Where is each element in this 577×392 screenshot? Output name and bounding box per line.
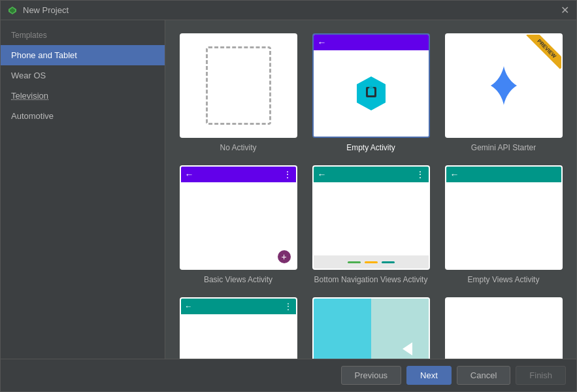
main-content: Templates Phone and Tablet Wear OS Telev… xyxy=(1,20,576,359)
template-row3-a[interactable]: ← ⋮ xyxy=(178,297,298,359)
basic-views-back-icon: ← xyxy=(185,169,194,180)
template-bottom-nav-label: Bottom Navigation Views Activity xyxy=(314,275,428,284)
back-arrow-icon: ← xyxy=(318,37,327,48)
basic-views-header: ← ⋮ xyxy=(181,167,296,182)
template-empty-activity-thumb: ← xyxy=(312,33,430,138)
gemini-star-icon xyxy=(481,63,527,108)
template-gemini[interactable]: Gemini API Starter xyxy=(444,33,563,152)
nav-indicator-3 xyxy=(382,261,395,263)
bottom-nav-back-icon: ← xyxy=(318,169,327,180)
template-no-activity-label: No Activity xyxy=(220,143,256,152)
svg-marker-6 xyxy=(403,342,412,355)
template-basic-views[interactable]: ← ⋮ + Basic Views Activity xyxy=(178,165,298,284)
template-row3-b[interactable] xyxy=(311,297,431,359)
template-empty-activity[interactable]: ← xyxy=(311,33,431,152)
empty-activity-mockup: ← xyxy=(314,35,429,137)
titlebar: New Project ✕ xyxy=(1,1,576,20)
sidebar: Templates Phone and Tablet Wear OS Telev… xyxy=(1,20,165,359)
bottom-nav-mockup: ← ⋮ xyxy=(314,167,429,269)
sidebar-item-automotive[interactable]: Automotive xyxy=(1,106,165,126)
content-area: No Activity ← xyxy=(165,20,576,359)
template-gemini-thumb xyxy=(445,33,563,138)
template-gemini-label: Gemini API Starter xyxy=(471,143,536,152)
titlebar-left: New Project xyxy=(7,5,69,16)
sidebar-item-wear-os-label: Wear OS xyxy=(11,71,46,80)
empty-views-header: ← xyxy=(446,167,561,182)
bottom-nav-body xyxy=(314,182,429,269)
sidebar-item-television[interactable]: Television xyxy=(1,86,165,106)
fab-button: + xyxy=(278,250,291,263)
preview-badge xyxy=(522,35,561,74)
window-title: New Project xyxy=(23,5,69,15)
basic-views-mockup: ← ⋮ + xyxy=(181,167,296,269)
arrow-icon xyxy=(399,339,419,359)
bottom-navigation-bar xyxy=(314,255,429,269)
finish-button[interactable]: Finish xyxy=(516,366,566,385)
basic-views-dots-icon: ⋮ xyxy=(283,169,292,180)
row3-c-mockup xyxy=(446,299,561,359)
empty-views-body xyxy=(446,182,561,269)
cancel-button[interactable]: Cancel xyxy=(457,366,510,385)
template-bottom-nav[interactable]: ← ⋮ Bottom Nav xyxy=(311,165,431,284)
new-project-window: New Project ✕ Templates Phone and Tablet… xyxy=(0,0,577,392)
template-empty-activity-label: Empty Activity xyxy=(346,143,395,152)
row3-a-dots-icon: ⋮ xyxy=(284,302,292,311)
no-activity-dashed-box xyxy=(206,46,271,125)
template-basic-views-thumb: ← ⋮ + xyxy=(180,165,297,270)
svg-rect-4 xyxy=(368,89,374,95)
row3-b-mockup xyxy=(314,299,429,359)
sidebar-item-phone-tablet-label: Phone and Tablet xyxy=(11,50,77,60)
bottom-nav-dots-icon: ⋮ xyxy=(416,169,425,180)
template-bottom-nav-thumb: ← ⋮ xyxy=(312,165,430,270)
row3-a-mockup: ← ⋮ xyxy=(181,299,296,359)
app-icon xyxy=(7,5,18,16)
templates-section-label: Templates xyxy=(1,27,165,45)
row3-a-header: ← ⋮ xyxy=(181,299,296,314)
android-logo-icon xyxy=(352,74,391,113)
template-no-activity[interactable]: No Activity xyxy=(178,33,298,152)
row3-a-back-icon: ← xyxy=(185,302,193,311)
nav-indicator-2 xyxy=(365,261,378,263)
sidebar-item-television-label: Television xyxy=(11,91,48,101)
bottom-buttons-bar: Previous Next Cancel Finish xyxy=(1,359,576,391)
nav-indicator-1 xyxy=(348,261,361,263)
bottom-nav-header: ← ⋮ xyxy=(314,167,429,182)
empty-activity-body xyxy=(314,50,429,137)
empty-activity-header: ← xyxy=(314,35,429,50)
previous-button[interactable]: Previous xyxy=(341,366,402,385)
template-empty-views[interactable]: ← Empty Views Activity xyxy=(444,165,563,284)
template-empty-views-thumb: ← xyxy=(445,165,563,270)
empty-views-mockup: ← xyxy=(446,167,561,269)
sidebar-item-wear-os[interactable]: Wear OS xyxy=(1,65,165,86)
templates-grid: No Activity ← xyxy=(178,33,563,359)
next-button[interactable]: Next xyxy=(406,366,452,385)
basic-views-body: + xyxy=(181,182,296,269)
template-row3-b-thumb xyxy=(312,297,430,359)
template-empty-views-label: Empty Views Activity xyxy=(468,275,540,284)
close-button[interactable]: ✕ xyxy=(559,5,570,16)
empty-views-back-icon: ← xyxy=(450,169,459,180)
gemini-card xyxy=(446,35,561,137)
row3-a-body xyxy=(181,314,296,359)
template-row3-c[interactable] xyxy=(444,297,563,359)
template-row3-a-thumb: ← ⋮ xyxy=(180,297,297,359)
sidebar-item-automotive-label: Automotive xyxy=(11,111,54,121)
template-basic-views-label: Basic Views Activity xyxy=(204,275,272,284)
template-row3-c-thumb xyxy=(445,297,563,359)
template-no-activity-thumb xyxy=(180,33,297,138)
sidebar-item-phone-tablet[interactable]: Phone and Tablet xyxy=(1,45,165,65)
